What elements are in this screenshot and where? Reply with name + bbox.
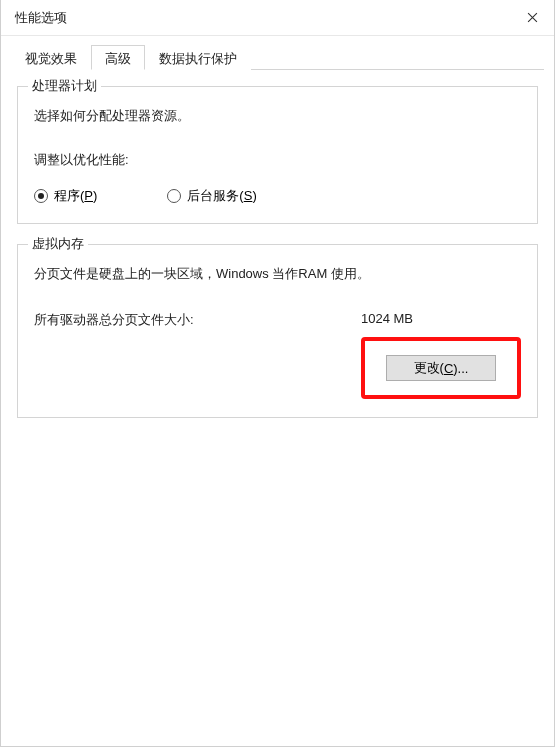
window-title: 性能选项 [15, 9, 510, 27]
group-processor: 处理器计划 选择如何分配处理器资源。 调整以优化性能: 程序(P) 后台服务(S… [17, 86, 538, 224]
processor-desc: 选择如何分配处理器资源。 [34, 107, 521, 125]
change-button-highlight: 更改(C)... [361, 337, 521, 399]
radio-programs-label: 程序(P) [54, 187, 97, 205]
processor-adjust-label: 调整以优化性能: [34, 151, 521, 169]
vm-total-label: 所有驱动器总分页文件大小: [34, 311, 361, 329]
change-button[interactable]: 更改(C)... [386, 355, 496, 381]
vm-total-row: 所有驱动器总分页文件大小: 1024 MB [34, 311, 521, 329]
radio-background-label: 后台服务(S) [187, 187, 256, 205]
vm-total-value: 1024 MB [361, 311, 521, 329]
group-vm-legend: 虚拟内存 [28, 235, 88, 253]
group-processor-legend: 处理器计划 [28, 77, 101, 95]
edge-shadow [0, 0, 1, 746]
titlebar: 性能选项 [1, 0, 554, 36]
close-icon [527, 12, 538, 23]
radio-background-circle [167, 189, 181, 203]
close-button[interactable] [510, 0, 554, 36]
tab-panel-advanced: 处理器计划 选择如何分配处理器资源。 调整以优化性能: 程序(P) 后台服务(S… [11, 70, 544, 444]
radio-programs-circle [34, 189, 48, 203]
tab-dep[interactable]: 数据执行保护 [145, 45, 251, 70]
tab-bar: 视觉效果 高级 数据执行保护 [11, 44, 544, 70]
processor-radio-row: 程序(P) 后台服务(S) [34, 187, 521, 205]
tab-advanced[interactable]: 高级 [91, 45, 145, 70]
content: 视觉效果 高级 数据执行保护 处理器计划 选择如何分配处理器资源。 调整以优化性… [1, 36, 554, 452]
vm-desc: 分页文件是硬盘上的一块区域，Windows 当作RAM 使用。 [34, 265, 521, 283]
tab-visual-effects[interactable]: 视觉效果 [11, 45, 91, 70]
radio-background[interactable]: 后台服务(S) [167, 187, 256, 205]
window: 性能选项 视觉效果 高级 数据执行保护 处理器计划 选择如何分配处理器资源。 调… [0, 0, 555, 747]
radio-programs[interactable]: 程序(P) [34, 187, 97, 205]
group-virtual-memory: 虚拟内存 分页文件是硬盘上的一块区域，Windows 当作RAM 使用。 所有驱… [17, 244, 538, 418]
